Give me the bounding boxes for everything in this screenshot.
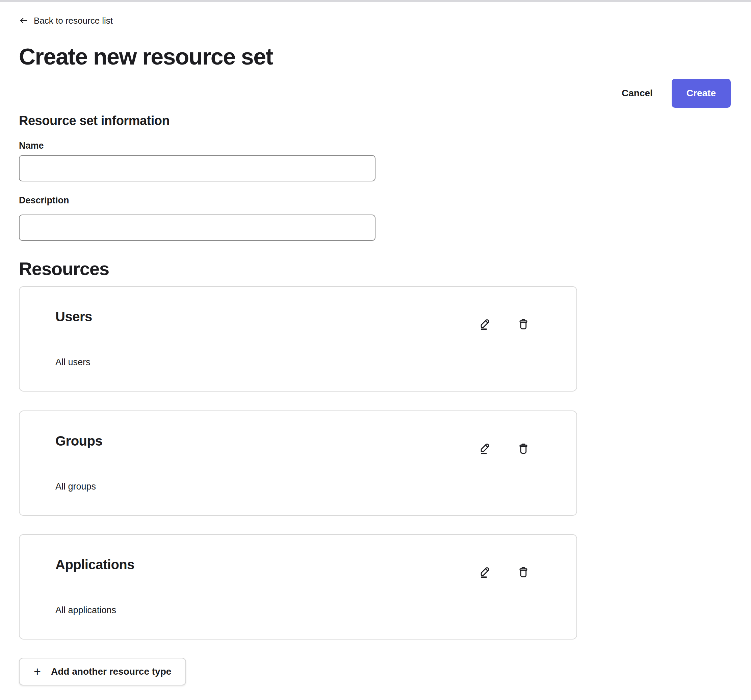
- card-header: Groups: [56, 433, 530, 456]
- edit-icon: [479, 441, 491, 456]
- card-title: Applications: [56, 556, 134, 573]
- trash-icon: [517, 441, 530, 456]
- card-description: All groups: [56, 481, 530, 492]
- edit-button[interactable]: [479, 317, 491, 331]
- card-header: Users: [56, 308, 530, 331]
- edit-button[interactable]: [479, 441, 491, 456]
- form-actions: Cancel Create: [19, 79, 731, 108]
- delete-button[interactable]: [517, 317, 530, 331]
- description-label: Description: [19, 195, 731, 206]
- card-actions: [479, 565, 530, 579]
- back-to-resource-list-link[interactable]: Back to resource list: [19, 15, 113, 26]
- arrow-left-icon: [19, 16, 28, 25]
- trash-icon: [517, 565, 530, 579]
- resources-heading: Resources: [19, 259, 731, 279]
- add-button-label: Add another resource type: [51, 666, 171, 677]
- resource-card-groups: Groups: [19, 410, 577, 516]
- edit-button[interactable]: [479, 565, 491, 579]
- back-link-label: Back to resource list: [34, 15, 113, 26]
- cancel-button[interactable]: Cancel: [622, 88, 653, 99]
- description-input[interactable]: [19, 215, 376, 241]
- card-description: All applications: [56, 604, 530, 616]
- card-actions: [479, 441, 530, 456]
- main-content: Back to resource list Create new resourc…: [0, 2, 751, 686]
- resource-card-applications: Applications: [19, 534, 577, 640]
- name-input[interactable]: [19, 155, 376, 181]
- add-resource-type-button[interactable]: + Add another resource type: [19, 658, 186, 686]
- page-title: Create new resource set: [19, 43, 731, 69]
- create-button[interactable]: Create: [672, 79, 731, 108]
- card-title: Users: [56, 308, 92, 325]
- card-description: All users: [56, 356, 530, 368]
- edit-icon: [479, 317, 491, 331]
- card-header: Applications: [56, 556, 530, 579]
- trash-icon: [517, 317, 530, 331]
- plus-icon: +: [34, 666, 41, 678]
- delete-button[interactable]: [517, 565, 530, 579]
- edit-icon: [479, 565, 491, 579]
- delete-button[interactable]: [517, 441, 530, 456]
- name-label: Name: [19, 140, 731, 151]
- card-title: Groups: [56, 433, 102, 449]
- resource-card-users: Users: [19, 286, 577, 392]
- card-actions: [479, 317, 530, 331]
- resource-set-information-heading: Resource set information: [19, 113, 731, 128]
